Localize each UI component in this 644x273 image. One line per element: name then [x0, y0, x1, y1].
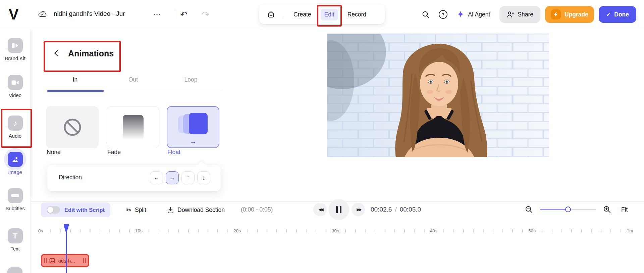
- image-icon: [8, 152, 23, 167]
- ruler-label: 30s: [330, 228, 341, 234]
- sidebar-item-hidden[interactable]: [7, 267, 22, 273]
- help-button[interactable]: ?: [437, 8, 449, 21]
- tab-out[interactable]: Out: [126, 76, 140, 84]
- bolt-icon: [551, 9, 561, 19]
- script-toggle[interactable]: [47, 206, 60, 214]
- ruler-label: 10s: [133, 228, 145, 234]
- direction-up-button[interactable]: ↑: [181, 171, 195, 184]
- sidebar-item-subtitles[interactable]: Subtitles: [0, 188, 30, 211]
- tab-in[interactable]: In: [71, 76, 80, 84]
- sidebar-label: Video: [0, 92, 30, 98]
- home-button[interactable]: [266, 10, 276, 19]
- direction-right-button[interactable]: →: [166, 171, 179, 184]
- redo-button[interactable]: ↷: [199, 7, 213, 21]
- ai-agent-button[interactable]: AI Agent: [454, 10, 492, 19]
- done-button[interactable]: ✓ Done: [599, 6, 636, 23]
- tab-record[interactable]: Record: [346, 9, 368, 20]
- text-icon: T: [8, 228, 23, 243]
- panel-title: Animations: [68, 49, 114, 58]
- ruler-label: 0s: [36, 228, 45, 234]
- ai-sparkle-icon: [456, 10, 465, 19]
- mode-switcher: Create Edit Record: [259, 5, 385, 24]
- animation-option-float[interactable]: →: [167, 106, 219, 148]
- option-label-none: None: [47, 149, 61, 156]
- upgrade-button[interactable]: Upgrade: [545, 6, 594, 23]
- timeline-clip-kids-image[interactable]: kids-h...: [41, 254, 89, 267]
- clip-image-icon: [49, 258, 55, 264]
- sidebar-item-audio[interactable]: ♪ Audio: [0, 116, 30, 139]
- back-button[interactable]: [51, 48, 63, 59]
- tab-edit[interactable]: Edit: [321, 9, 338, 20]
- total-time: 00:05.0: [400, 206, 421, 213]
- section-range: (0:00 - 0:05): [241, 206, 273, 213]
- share-button[interactable]: Share: [499, 6, 540, 23]
- project-title[interactable]: nidhi gandhi's Video - Jur: [54, 10, 125, 17]
- float-preview-square: [189, 113, 208, 134]
- fade-preview: [123, 115, 144, 140]
- animation-option-none[interactable]: [46, 106, 99, 148]
- popover-notch: [198, 161, 206, 169]
- tab-create[interactable]: Create: [292, 9, 313, 20]
- ruler-label: 1m: [625, 228, 635, 234]
- split-button[interactable]: ✂ Split: [124, 202, 148, 217]
- zoom-out-button[interactable]: [525, 206, 533, 214]
- pause-button[interactable]: [328, 199, 349, 220]
- rewind-button[interactable]: ◀◀: [313, 203, 327, 216]
- option-label-float: Float: [167, 149, 180, 156]
- animation-option-fade[interactable]: [107, 106, 159, 148]
- timeline-zoom-slider[interactable]: [540, 209, 596, 210]
- download-section-button[interactable]: Download Section: [165, 202, 227, 217]
- canvas-media-girl-image[interactable]: [327, 34, 549, 157]
- sidebar-label: Audio: [0, 133, 30, 139]
- search-button[interactable]: [419, 8, 432, 21]
- zoom-slider-thumb[interactable]: [565, 207, 571, 212]
- ai-agent-label: AI Agent: [468, 11, 490, 18]
- edit-with-script-button[interactable]: Edit with Script: [41, 202, 110, 217]
- done-label: Done: [614, 11, 629, 18]
- download-icon: [167, 207, 174, 214]
- upgrade-label: Upgrade: [565, 11, 588, 18]
- split-label: Split: [135, 207, 146, 214]
- veed-logo[interactable]: V: [9, 6, 17, 22]
- project-more-menu-button[interactable]: ⋯: [150, 7, 164, 21]
- download-section-label: Download Section: [177, 207, 225, 214]
- help-icon: ?: [439, 10, 447, 19]
- timeline-section: Edit with Script ✂ Split Download Sectio…: [30, 201, 644, 273]
- share-label: Share: [518, 11, 533, 18]
- animation-tabs: In Out Loop: [31, 73, 233, 93]
- person-plus-icon: [506, 11, 514, 18]
- sidebar-item-video[interactable]: Video: [0, 75, 30, 98]
- video-camera-icon: [8, 75, 23, 90]
- undo-button[interactable]: ↶: [177, 7, 191, 21]
- sidebar-item-image[interactable]: Image: [0, 152, 30, 175]
- edit-with-script-label: Edit with Script: [64, 207, 105, 213]
- fit-button[interactable]: Fit: [619, 203, 630, 216]
- scissors-icon: ✂: [126, 206, 131, 214]
- sidebar-item-text[interactable]: T Text: [0, 228, 30, 252]
- timeline-ruler[interactable]: 0s 10s 20s 30s 40s 50s 1m: [30, 224, 644, 237]
- direction-left-button[interactable]: ←: [150, 171, 163, 184]
- time-separator: /: [395, 206, 396, 213]
- current-time: 00:02.6: [371, 206, 392, 213]
- brand-kit-icon: [8, 38, 23, 53]
- none-icon: [63, 118, 82, 137]
- fast-forward-button[interactable]: ▶▶: [352, 203, 365, 216]
- direction-down-button[interactable]: ↓: [197, 171, 210, 184]
- panel-scrollbar[interactable]: [31, 30, 33, 198]
- audio-note-icon: ♪: [8, 116, 23, 131]
- timecode: 00:02.6 / 00:05.0: [371, 206, 421, 213]
- animations-panel: Animations In Out Loop → None Fade Float: [31, 29, 233, 201]
- active-tab-underline: [47, 90, 104, 92]
- direction-label: Direction: [59, 174, 82, 181]
- subtitles-icon: [8, 188, 23, 203]
- clip-label: kids-h...: [57, 258, 81, 264]
- sidebar-item-brand-kit[interactable]: Brand Kit: [0, 38, 30, 61]
- clip-right-trim-handle[interactable]: [83, 258, 86, 263]
- clip-left-trim-handle[interactable]: [44, 258, 47, 263]
- option-label-fade: Fade: [107, 149, 121, 156]
- zoom-in-button[interactable]: [603, 206, 611, 214]
- tab-loop[interactable]: Loop: [182, 76, 200, 84]
- direction-popover: Direction ← → ↑ ↓: [47, 165, 221, 191]
- float-direction-arrow: →: [167, 138, 219, 145]
- cloud-saved-icon: [38, 10, 47, 18]
